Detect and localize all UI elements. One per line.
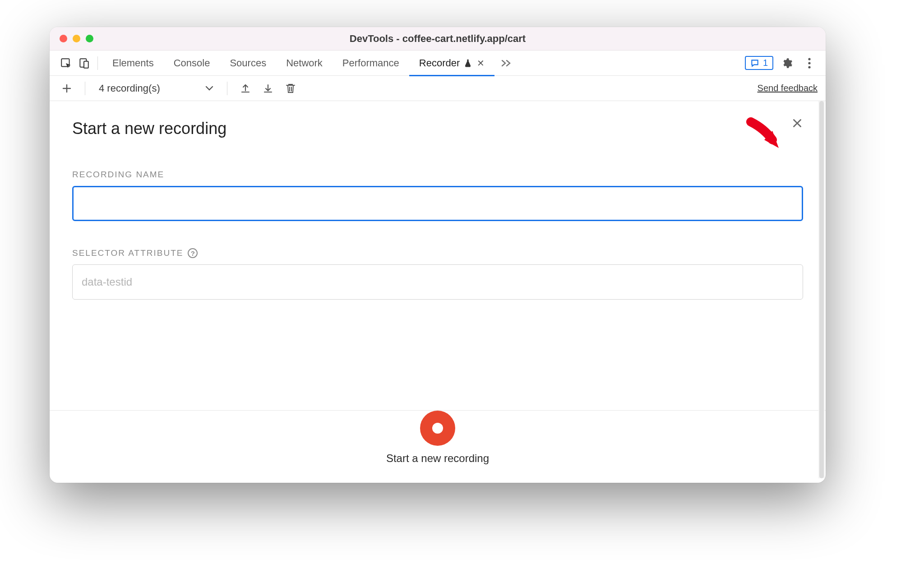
tab-label: Network — [286, 57, 323, 69]
help-icon[interactable]: ? — [188, 248, 198, 258]
selector-attribute-input[interactable] — [72, 264, 803, 300]
close-tab-icon[interactable]: ✕ — [477, 58, 485, 69]
more-tabs-icon[interactable] — [494, 59, 519, 67]
recordings-dropdown[interactable]: 4 recording(s) — [94, 83, 218, 94]
tab-label: Recorder — [419, 57, 460, 69]
recording-name-label: Recording Name — [72, 170, 164, 180]
recorder-toolbar: 4 recording(s) Send feedback — [50, 76, 826, 101]
window-title: DevTools - coffee-cart.netlify.app/cart — [50, 33, 826, 45]
tab-label: Elements — [112, 57, 154, 69]
svg-point-4 — [808, 62, 810, 64]
tab-performance[interactable]: Performance — [333, 51, 409, 76]
svg-rect-2 — [84, 61, 88, 68]
start-recording-area: Start a new recording — [50, 411, 826, 478]
maximize-window-button[interactable] — [86, 35, 93, 42]
close-panel-icon[interactable] — [791, 117, 803, 129]
scroll-thumb[interactable] — [819, 101, 824, 478]
new-recording-icon[interactable] — [58, 79, 76, 97]
devtools-tabstrip: Elements Console Sources Network Perform… — [50, 51, 826, 76]
devtools-window: DevTools - coffee-cart.netlify.app/cart … — [50, 27, 826, 483]
issues-button[interactable]: 1 — [745, 56, 773, 70]
selector-attribute-label: Selector Attribute — [72, 248, 183, 258]
recorder-content: Start a new recording Recording Name Sel… — [50, 101, 826, 483]
tab-console[interactable]: Console — [164, 51, 220, 76]
divider — [227, 82, 227, 95]
kebab-menu-icon[interactable] — [800, 54, 818, 72]
device-toolbar-icon[interactable] — [75, 54, 93, 72]
divider — [85, 82, 85, 95]
recordings-label: 4 recording(s) — [99, 83, 160, 94]
send-feedback-link[interactable]: Send feedback — [758, 83, 818, 93]
scrollbar[interactable] — [818, 101, 825, 478]
start-recording-button[interactable] — [420, 411, 455, 446]
chevron-down-icon — [205, 86, 213, 91]
tab-label: Sources — [230, 57, 266, 69]
close-window-button[interactable] — [60, 35, 67, 42]
recording-name-input[interactable] — [72, 186, 803, 221]
inspect-element-icon[interactable] — [57, 54, 75, 72]
settings-icon[interactable] — [778, 54, 796, 72]
divider — [97, 56, 98, 70]
delete-icon[interactable] — [282, 79, 300, 97]
recording-name-group: Recording Name — [72, 170, 803, 221]
svg-point-5 — [808, 66, 810, 68]
panel-title: Start a new recording — [72, 119, 803, 138]
tab-label: Performance — [342, 57, 399, 69]
tab-label: Console — [174, 57, 210, 69]
chat-icon — [750, 59, 759, 68]
titlebar: DevTools - coffee-cart.netlify.app/cart — [50, 27, 826, 51]
minimize-window-button[interactable] — [73, 35, 80, 42]
import-icon[interactable] — [259, 79, 277, 97]
tab-network[interactable]: Network — [276, 51, 333, 76]
tab-recorder[interactable]: Recorder ✕ — [409, 51, 494, 76]
issues-count: 1 — [763, 58, 768, 68]
window-controls — [60, 35, 93, 42]
record-icon — [432, 423, 443, 434]
tab-sources[interactable]: Sources — [220, 51, 276, 76]
experiment-flask-icon — [463, 59, 472, 68]
tab-elements[interactable]: Elements — [102, 51, 164, 76]
start-recording-label: Start a new recording — [386, 452, 489, 465]
svg-point-3 — [808, 58, 810, 60]
selector-attribute-group: Selector Attribute ? — [72, 248, 803, 300]
export-icon[interactable] — [236, 79, 254, 97]
